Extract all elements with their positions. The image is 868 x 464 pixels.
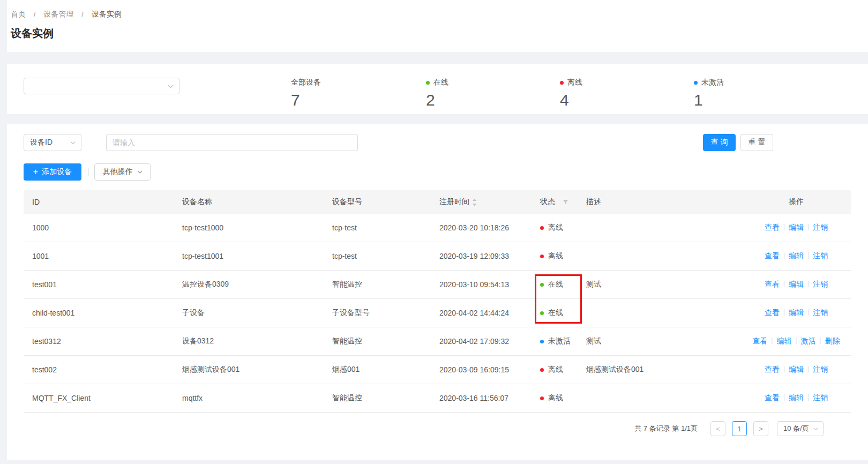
add-device-button[interactable]: + 添加设备: [24, 163, 81, 181]
stats-card: 全部设备 7 在线 2 离线 4 未激活 1: [7, 64, 868, 114]
reset-button[interactable]: 重 置: [740, 134, 773, 151]
action-edit[interactable]: 编辑: [789, 365, 804, 375]
chevron-down-icon: [813, 427, 818, 430]
action-view[interactable]: 查看: [765, 365, 780, 375]
cell-status: 离线: [532, 365, 578, 375]
table-body: 1000 tcp-test1000 tcp-test 2020-03-20 10…: [24, 214, 851, 413]
action-deregister[interactable]: 注销: [813, 223, 828, 233]
device-table: ID设备名称设备型号注册时间状态描述操作 1000 tcp-test1000 t…: [24, 190, 851, 413]
column-header-status[interactable]: 状态: [532, 197, 578, 207]
cell-register-time: 2020-03-09 16:09:15: [431, 365, 532, 374]
page-size-value: 10 条/页: [783, 424, 809, 433]
cell-status: 在线: [532, 280, 578, 289]
action-separator: |: [807, 308, 809, 318]
stat-value: 7: [291, 92, 321, 109]
query-button[interactable]: 查 询: [703, 134, 736, 151]
status-label: 离线: [548, 393, 563, 403]
sort-icon[interactable]: [472, 198, 477, 207]
column-label: ID: [32, 198, 40, 206]
cell-status: 离线: [532, 393, 578, 403]
status-dot-icon: [540, 396, 544, 400]
stat-label: 未激活: [701, 78, 724, 87]
action-separator: |: [783, 308, 785, 318]
cell-register-time: 2020-03-19 12:09:33: [431, 252, 532, 260]
action-edit[interactable]: 编辑: [776, 336, 791, 346]
pagination-prev-button[interactable]: <: [710, 421, 725, 436]
table-row: 1000 tcp-test1000 tcp-test 2020-03-20 10…: [24, 214, 851, 242]
action-separator: |: [783, 251, 785, 261]
status-dot-icon: [540, 340, 544, 343]
action-deregister[interactable]: 注销: [813, 308, 828, 318]
action-view[interactable]: 查看: [765, 308, 780, 318]
column-header-id: ID: [24, 198, 174, 206]
plus-icon: +: [33, 168, 38, 176]
status-dot-icon: [540, 283, 544, 287]
breadcrumb-device-management[interactable]: 设备管理: [43, 10, 73, 19]
action-separator: |: [807, 280, 809, 289]
stat-offline: 离线 4: [560, 78, 582, 109]
cell-register-time: 2020-03-10 09:54:13: [431, 280, 532, 289]
cell-actions: 查看|编辑|注销: [742, 280, 851, 289]
action-deregister[interactable]: 注销: [813, 393, 828, 403]
cell-device-name: tcp-test1000: [174, 223, 324, 232]
page-size-select[interactable]: 10 条/页: [777, 421, 824, 436]
action-separator: |: [807, 251, 809, 261]
cell-register-time: 2020-03-16 11:56:07: [431, 394, 532, 402]
cell-actions: 查看|编辑|注销: [742, 308, 851, 318]
stat-total-devices: 全部设备 7: [291, 78, 321, 109]
breadcrumb-separator: /: [34, 11, 35, 18]
search-input[interactable]: [106, 134, 358, 151]
stat-value: 4: [560, 92, 582, 109]
cell-device-name: mqttfx: [174, 394, 324, 402]
add-device-label: 添加设备: [42, 167, 72, 177]
action-edit[interactable]: 编辑: [789, 280, 804, 289]
column-label: 状态: [540, 197, 555, 207]
pagination-page-1[interactable]: 1: [732, 421, 747, 436]
more-actions-button[interactable]: 其他操作: [94, 163, 151, 181]
cell-status: 未激活: [532, 336, 578, 346]
action-deregister[interactable]: 注销: [813, 365, 828, 375]
stat-label: 离线: [567, 78, 582, 87]
action-deregister[interactable]: 注销: [813, 280, 828, 289]
column-label: 注册时间: [439, 197, 469, 207]
action-deregister[interactable]: 注销: [813, 251, 828, 261]
cell-register-time: 2020-04-02 14:44:24: [431, 309, 532, 317]
search-field-select[interactable]: 设备ID: [24, 134, 81, 151]
cell-register-time: 2020-03-20 10:18:26: [431, 223, 532, 232]
more-actions-label: 其他操作: [103, 167, 133, 177]
chevron-down-icon: [137, 170, 143, 174]
action-delete[interactable]: 删除: [825, 336, 840, 346]
action-separator: |: [783, 365, 785, 375]
filter-icon[interactable]: [563, 199, 568, 205]
cell-device-name: tcp-test1001: [174, 252, 324, 260]
breadcrumb-home[interactable]: 首页: [11, 10, 26, 19]
action-view[interactable]: 查看: [765, 393, 780, 403]
cell-actions: 查看|编辑|注销: [742, 223, 851, 233]
action-separator: |: [795, 336, 797, 346]
action-edit[interactable]: 编辑: [789, 393, 804, 403]
action-view[interactable]: 查看: [765, 280, 780, 289]
column-label: 设备型号: [332, 197, 362, 207]
action-view[interactable]: 查看: [765, 223, 780, 233]
stat-label: 全部设备: [291, 78, 321, 87]
action-edit[interactable]: 编辑: [789, 251, 804, 261]
cell-device-id: test002: [24, 365, 174, 374]
action-view[interactable]: 查看: [752, 336, 767, 346]
online-dot-icon: [426, 81, 430, 85]
action-view[interactable]: 查看: [765, 251, 780, 261]
column-label: 描述: [586, 197, 601, 207]
action-edit[interactable]: 编辑: [789, 308, 804, 318]
cell-status: 在线: [532, 308, 578, 318]
cell-actions: 查看|编辑|激活|删除: [742, 336, 851, 346]
page-title: 设备实例: [11, 26, 868, 41]
cell-device-name: 温控设备0309: [174, 280, 324, 289]
column-header-time[interactable]: 注册时间: [431, 197, 532, 207]
product-filter-select[interactable]: [24, 78, 179, 94]
action-activate[interactable]: 激活: [801, 336, 816, 346]
cell-device-model: 智能温控: [324, 336, 431, 346]
action-edit[interactable]: 编辑: [789, 223, 804, 233]
cell-actions: 查看|编辑|注销: [742, 251, 851, 261]
cell-device-model: 智能温控: [324, 280, 431, 289]
cell-register-time: 2020-04-02 17:09:32: [431, 337, 532, 346]
pagination-next-button[interactable]: >: [753, 421, 768, 436]
